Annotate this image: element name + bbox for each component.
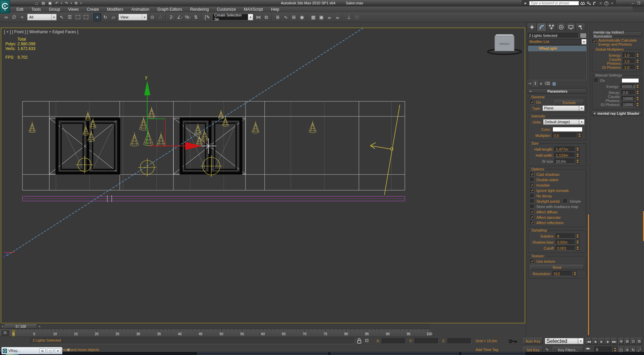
render-production-icon[interactable]: ☕ — [325, 13, 333, 21]
tab-utilities[interactable] — [576, 23, 585, 31]
taskbar-item[interactable] — [462, 352, 525, 355]
layer-manager-icon[interactable]: ≣ — [274, 13, 282, 21]
modifier-list-dropdown[interactable]: Modifier List ▼ — [528, 39, 587, 45]
taskbar-item[interactable] — [331, 352, 459, 355]
angle-snap-icon[interactable]: ∠○ — [176, 13, 184, 21]
menu-animation[interactable]: Animation — [128, 6, 153, 12]
mr-light-shader-rollout[interactable]: + mental ray Light Shader — [592, 111, 642, 116]
menu-modifiers[interactable]: Modifiers — [103, 6, 127, 12]
minimize-window-icon[interactable]: ▢ — [47, 348, 53, 353]
auto-key-button[interactable]: Auto Key — [523, 338, 543, 344]
param-field-half-length-[interactable]: 1,477m — [554, 147, 575, 152]
param-spinner[interactable] — [576, 159, 580, 164]
option-checkbox-affect-reflections[interactable] — [530, 221, 534, 225]
goto-start-button[interactable]: |◀◀ — [586, 338, 592, 345]
option-checkbox-invisible[interactable] — [530, 183, 534, 187]
z-coordinate-field[interactable] — [447, 338, 472, 344]
frame-back-arrow[interactable]: < — [1, 324, 5, 329]
show-end-result-icon[interactable]: ‖ — [533, 81, 537, 86]
chandelier-lamp[interactable] — [201, 130, 208, 141]
previous-frame-button[interactable]: ◀| — [592, 338, 598, 345]
texture-none-button[interactable]: None — [530, 265, 584, 270]
resolution-spinner[interactable] — [573, 271, 577, 276]
menu-customize[interactable]: Customize — [213, 6, 239, 12]
mirror-icon[interactable]: ⋈ — [254, 13, 262, 21]
chandelier-lamp[interactable] — [144, 130, 153, 146]
chandelier-lamp[interactable] — [252, 121, 259, 133]
type-dropdown[interactable]: Plane ▼ — [542, 105, 585, 111]
select-and-rotate-icon[interactable]: ↻ — [101, 13, 109, 21]
param-spinner[interactable] — [636, 96, 640, 101]
bind-to-space-warp-icon[interactable]: ≈ — [18, 13, 26, 21]
stack-item-vraylight[interactable]: VRayLight — [528, 46, 586, 51]
option-checkbox-affect-specular[interactable] — [530, 215, 534, 219]
infocenter-search-input[interactable] — [529, 1, 579, 5]
option-checkbox-no-decay[interactable] — [530, 194, 534, 198]
taskbar-item[interactable] — [197, 352, 328, 355]
scene-explorer-icon[interactable]: ∷ — [353, 13, 361, 21]
menu-maxscript[interactable]: MAXScript — [240, 6, 267, 12]
window-crossing-icon[interactable] — [82, 13, 90, 21]
chandelier-lamp[interactable] — [139, 116, 148, 130]
option-checkbox-double-sided[interactable] — [530, 178, 534, 182]
y-coordinate-field[interactable] — [415, 338, 439, 344]
param-spinner[interactable] — [576, 234, 580, 239]
subscription-key-icon[interactable] — [586, 1, 591, 5]
param-field-decay-[interactable]: 2,0 — [622, 90, 635, 95]
mr-rollout-header[interactable]: mental ray Indirect Illumination — [592, 32, 642, 37]
key-mode-dropdown[interactable]: Selected ▼ — [545, 338, 584, 344]
param-spinner[interactable] — [576, 147, 580, 152]
chandelier-lamp[interactable] — [309, 121, 316, 133]
chandelier-lamp[interactable] — [195, 123, 202, 135]
add-time-tag[interactable]: Add Time Tag — [476, 348, 498, 352]
chevron-down-icon[interactable]: ▼ — [248, 14, 253, 20]
menu-rendering[interactable]: Rendering — [186, 6, 212, 12]
panel-scrollbar-left[interactable] — [587, 23, 589, 337]
close-button[interactable]: × — [643, 1, 644, 5]
menu-create[interactable]: Create — [83, 6, 103, 12]
pin-stack-icon[interactable]: ⊣ — [528, 81, 531, 86]
param-spinner[interactable] — [636, 59, 640, 64]
communication-center-icon[interactable] — [592, 1, 597, 5]
menu-views[interactable]: Views — [64, 6, 83, 12]
param-spinner[interactable] — [636, 90, 640, 95]
resolution-field[interactable]: 512 — [552, 271, 573, 276]
param-spinner[interactable] — [636, 53, 640, 58]
zoom-extents-icon[interactable]: ⊡ — [631, 338, 636, 345]
help-dropdown-icon[interactable]: ▼ — [610, 1, 614, 5]
rectangular-selection-icon[interactable] — [74, 13, 82, 21]
select-and-manipulate-icon[interactable]: ∴ — [156, 13, 164, 21]
close-window-icon[interactable]: ✕ — [55, 348, 61, 353]
chandelier-lamp[interactable] — [130, 132, 139, 146]
param-field-caustic-photons-[interactable]: 10000 — [622, 96, 635, 101]
chandelier-lamp[interactable] — [29, 122, 36, 133]
param-spinner[interactable] — [636, 65, 640, 70]
track-bar[interactable]: 0510152025303540455055606570758085909510… — [0, 329, 430, 337]
tab-display[interactable] — [566, 23, 576, 31]
use-pivot-center-icon[interactable]: ⊙ — [148, 13, 156, 21]
param-field-energy-[interactable]: 50000,0 — [621, 84, 635, 89]
parameters-rollout-header[interactable]: − Parameters — [528, 89, 587, 94]
option-checkbox-skylight-portal[interactable] — [530, 199, 534, 203]
menu-help[interactable]: Help — [267, 6, 283, 12]
vraylight-plane[interactable] — [370, 105, 400, 195]
param-spinner[interactable] — [576, 240, 580, 245]
option-checkbox-affect-diffuse[interactable] — [530, 210, 534, 214]
spinner-snap-icon[interactable]: ⇅ — [192, 13, 200, 21]
next-frame-button[interactable]: |▶ — [605, 338, 611, 345]
units-dropdown[interactable]: Default (image) ▼ — [543, 119, 585, 125]
chevron-down-icon[interactable]: ▼ — [51, 14, 56, 20]
param-field-caustic-photons-[interactable]: 1,0 — [623, 59, 635, 64]
option-checkbox-store-with-irradiance-map[interactable] — [530, 205, 534, 209]
option-checkbox-ignore-light-normals[interactable] — [530, 189, 534, 193]
chevron-down-icon[interactable]: ▼ — [142, 14, 147, 20]
light-color-swatch[interactable] — [552, 127, 583, 132]
selection-lock-icon[interactable] — [357, 338, 362, 345]
viewcube[interactable]: FRONT — [488, 34, 521, 54]
x-coordinate-field[interactable] — [382, 338, 406, 344]
on-checkbox[interactable] — [530, 100, 534, 104]
manual-on-checkbox[interactable] — [594, 79, 598, 83]
align-icon[interactable]: ⧉ — [262, 13, 270, 21]
curve-editor-icon[interactable]: ∿ — [282, 13, 290, 21]
remove-modifier-icon[interactable]: ⌫ — [544, 81, 550, 86]
